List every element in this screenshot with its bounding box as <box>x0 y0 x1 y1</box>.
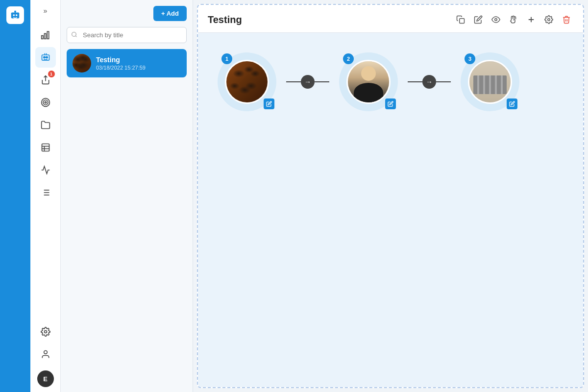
node-1-inner <box>225 60 269 104</box>
node-3-edit-button[interactable] <box>507 98 517 109</box>
nav-item-bot[interactable] <box>35 47 56 68</box>
svg-point-12 <box>43 100 48 105</box>
page-title: Testing <box>208 14 242 25</box>
svg-point-26 <box>72 32 76 36</box>
arrow-1-line <box>286 81 301 82</box>
list-item-info: Testing 03/18/2022 15:27:59 <box>96 56 146 71</box>
arrow-1-line-2 <box>315 81 329 82</box>
svg-point-9 <box>43 56 45 58</box>
share-badge: 1 <box>48 71 55 77</box>
svg-point-1 <box>13 14 15 16</box>
svg-point-24 <box>44 331 47 333</box>
expand-button[interactable]: » <box>38 5 53 17</box>
search-input[interactable] <box>67 27 187 43</box>
svg-point-32 <box>548 19 550 21</box>
search-icon <box>71 31 77 39</box>
main-content: Testing <box>197 4 584 388</box>
nodes-container: 1 → 2 <box>218 52 519 111</box>
sidebar-blue <box>0 0 30 392</box>
nav-item-share[interactable]: 1 <box>35 70 56 90</box>
svg-point-25 <box>44 351 47 354</box>
drag-button[interactable] <box>507 13 520 26</box>
copy-button[interactable] <box>454 13 467 26</box>
svg-rect-28 <box>460 19 465 24</box>
svg-rect-6 <box>44 34 46 39</box>
nav-item-table[interactable] <box>35 182 56 203</box>
nav-bottom: E <box>35 321 56 387</box>
nav-item-activity[interactable] <box>35 160 56 180</box>
nav-item-analytics[interactable] <box>35 24 56 45</box>
logo-icon[interactable] <box>6 6 24 24</box>
node-1-edit-button[interactable] <box>264 98 274 109</box>
node-1-image-coffee <box>226 61 268 102</box>
arrow-2-line-2 <box>436 81 451 82</box>
svg-rect-4 <box>15 12 16 13</box>
svg-rect-0 <box>11 13 20 19</box>
nav-item-list[interactable] <box>35 137 56 158</box>
node-2-outer[interactable]: 2 <box>339 52 398 111</box>
nav-item-settings[interactable] <box>35 321 56 342</box>
svg-point-2 <box>16 14 18 16</box>
node-3-inner <box>468 60 512 104</box>
arrow-1: → <box>286 75 329 89</box>
node-1-number: 1 <box>221 53 232 64</box>
add-button[interactable]: + Add <box>153 6 187 21</box>
bot-logo-icon <box>10 10 21 21</box>
list-item-date: 03/18/2022 15:27:59 <box>96 65 146 71</box>
arrow-2-line <box>408 81 422 82</box>
list-panel: + Add Testing 03/18/2022 15:27:59 <box>61 0 193 392</box>
node-3: 3 <box>461 52 519 111</box>
svg-point-10 <box>46 56 47 58</box>
add-node-button[interactable] <box>524 13 538 26</box>
coffee-thumbnail <box>73 54 91 73</box>
list-item-title: Testing <box>96 56 146 64</box>
node-2-edit-button[interactable] <box>385 98 396 109</box>
list-item-thumbnail <box>73 54 91 73</box>
node-1: 1 <box>218 52 276 111</box>
node-3-outer[interactable]: 3 <box>461 52 519 111</box>
user-avatar[interactable]: E <box>37 370 54 387</box>
preview-button[interactable] <box>489 13 503 26</box>
node-2-inner <box>346 60 391 104</box>
search-box <box>67 27 187 43</box>
nav-panel: » 1 E <box>30 0 61 392</box>
svg-rect-7 <box>47 31 49 39</box>
delete-button[interactable] <box>560 13 573 26</box>
node-2-image-person <box>348 61 389 102</box>
nav-item-folder[interactable] <box>35 115 56 135</box>
node-2: 2 <box>339 52 398 111</box>
svg-rect-5 <box>41 36 43 39</box>
main-header: Testing <box>198 5 583 33</box>
canvas-area: 1 → 2 <box>198 33 583 387</box>
list-item-testing[interactable]: Testing 03/18/2022 15:27:59 <box>67 49 187 77</box>
arrow-1-circle: → <box>301 75 315 89</box>
toolbar <box>454 13 573 26</box>
svg-point-13 <box>45 101 46 103</box>
svg-point-29 <box>495 19 497 21</box>
settings-button[interactable] <box>542 13 556 26</box>
logo-area <box>5 5 25 25</box>
arrow-2-circle: → <box>422 75 436 89</box>
svg-line-27 <box>75 36 76 37</box>
node-1-outer[interactable]: 1 <box>218 52 276 111</box>
nav-item-target[interactable] <box>35 92 56 113</box>
edit-button[interactable] <box>471 13 485 26</box>
svg-rect-14 <box>42 144 49 151</box>
arrow-2: → <box>408 75 451 89</box>
nav-item-profile[interactable] <box>35 344 56 365</box>
node-3-image-keyboard <box>469 61 511 102</box>
